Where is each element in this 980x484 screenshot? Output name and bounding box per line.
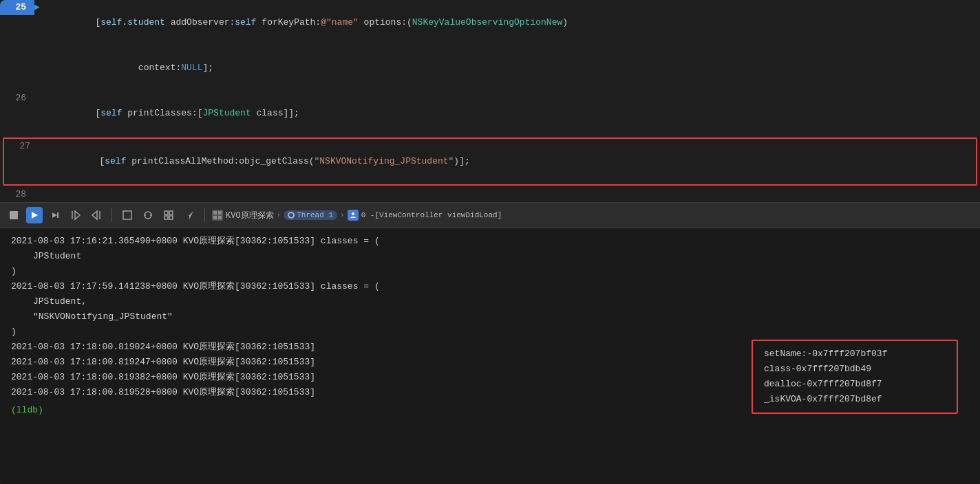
- line-number-25: 25: [0, 0, 34, 15]
- svg-rect-18: [218, 211, 222, 214]
- console-line-3: ): [11, 264, 969, 279]
- svg-rect-0: [10, 211, 18, 219]
- user-icon: [348, 210, 359, 221]
- svg-rect-13: [169, 211, 173, 214]
- svg-rect-15: [169, 216, 173, 219]
- svg-marker-4: [75, 211, 80, 219]
- svg-rect-12: [164, 211, 168, 214]
- app-name: KVO原理探索: [226, 210, 274, 221]
- breadcrumb-app: KVO原理探索: [212, 210, 274, 221]
- svg-marker-2: [52, 212, 57, 218]
- console-line-2: JPStudent: [11, 249, 969, 264]
- thread-icon: [288, 212, 295, 219]
- console-line-7: ): [11, 324, 969, 340]
- console-line-1: 2021-08-03 17:16:21.365490+0800 KVO原理探索[…: [11, 234, 969, 249]
- popup-item-1: setName:-0x7fff207bf03f: [764, 346, 946, 362]
- line-number-26: 26: [0, 91, 34, 106]
- frame-badge: 0 -[ViewController viewDidLoad]: [348, 210, 502, 221]
- console-line-6: "NSKVONotifying_JPStudent": [11, 309, 969, 324]
- console-block-3: 2021-08-03 17:18:00.819024+0800 KVO原理探索[…: [11, 340, 969, 400]
- svg-rect-8: [123, 211, 131, 219]
- debug-view-button[interactable]: [160, 207, 177, 223]
- console-output: 2021-08-03 17:16:21.365490+0800 KVO原理探索[…: [0, 228, 980, 484]
- app-icon: [212, 210, 223, 221]
- console-line-4: 2021-08-03 17:17:59.141238+0800 KVO原理探索[…: [11, 279, 969, 294]
- popup-item-4: _isKVOA-0x7fff207bd8ef: [764, 392, 946, 407]
- debugger-toolbar: KVO原理探索 › Thread 1 › 0 -[ViewController …: [0, 202, 980, 228]
- code-line-25: 25 ▶ [self.student addObserver:self forK…: [0, 0, 980, 45]
- line-arrow-25: ▶: [34, 0, 47, 15]
- popup-item-3: dealloc-0x7fff207bd8f7: [764, 377, 946, 392]
- continue-button[interactable]: [26, 207, 43, 223]
- line-number-27: 27: [4, 139, 39, 154]
- toolbar-divider-2: [204, 208, 205, 222]
- code-content-25: [self.student addObserver:self forKeyPat…: [47, 0, 980, 45]
- frame-button[interactable]: [119, 207, 136, 223]
- breadcrumb-area: KVO原理探索 › Thread 1 › 0 -[ViewController …: [212, 210, 974, 221]
- svg-marker-6: [92, 211, 97, 219]
- step-over-button[interactable]: [47, 207, 63, 223]
- code-content-27: [self printClassAllMethod:objc_getClass(…: [51, 139, 976, 184]
- console-line-5: JPStudent,: [11, 294, 969, 309]
- code-line-27: 27 [self printClassAllMethod:objc_getCla…: [3, 138, 977, 186]
- svg-rect-20: [218, 216, 222, 219]
- svg-rect-19: [213, 216, 217, 219]
- breadcrumb-arrow-1: ›: [277, 211, 281, 219]
- code-editor: 25 ▶ [self.student addObserver:self forK…: [0, 0, 980, 202]
- location-button[interactable]: [181, 207, 198, 223]
- popup-methods-box: setName:-0x7fff207bf03f class-0x7fff207b…: [752, 340, 958, 414]
- code-content-cont: context:NULL];: [47, 45, 980, 91]
- code-line-25-cont: context:NULL];: [0, 45, 980, 91]
- toolbar-divider-1: [111, 208, 112, 222]
- code-content-26: [self printClasses:[JPStudent class]];: [47, 91, 980, 136]
- thread-badge: Thread 1: [284, 210, 337, 220]
- svg-rect-3: [57, 212, 58, 218]
- breadcrumb-arrow-2: ›: [340, 211, 345, 219]
- popup-item-2: class-0x7fff207bdb49: [764, 362, 946, 377]
- step-out-button[interactable]: [88, 207, 105, 223]
- svg-rect-17: [213, 211, 217, 214]
- step-into-button[interactable]: [67, 207, 84, 223]
- breakpoints-button[interactable]: [140, 207, 156, 223]
- svg-point-21: [352, 212, 354, 215]
- svg-marker-1: [32, 212, 38, 219]
- frame-name: 0 -[ViewController viewDidLoad]: [361, 211, 502, 219]
- stop-button[interactable]: [6, 207, 22, 223]
- code-line-28: 28: [0, 187, 980, 202]
- line-number-28: 28: [0, 187, 34, 202]
- code-line-26: 26 [self printClasses:[JPStudent class]]…: [0, 91, 980, 136]
- thread-name: Thread 1: [297, 211, 333, 219]
- svg-marker-16: [185, 211, 193, 219]
- main-container: 25 ▶ [self.student addObserver:self forK…: [0, 0, 980, 484]
- svg-rect-14: [164, 216, 168, 219]
